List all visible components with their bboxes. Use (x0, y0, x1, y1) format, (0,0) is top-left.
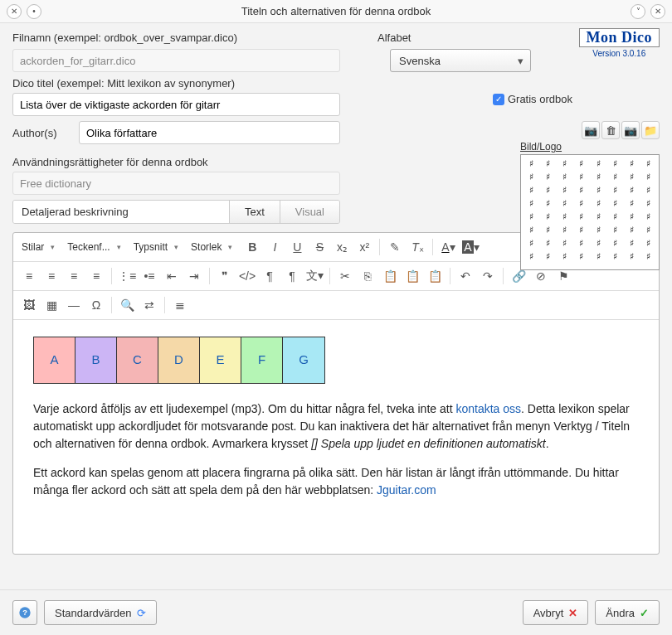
brand-version: Version 3.0.16 (579, 49, 660, 58)
subscript-icon[interactable]: x₂ (331, 236, 353, 258)
minimize-icon[interactable]: ˅ (631, 4, 645, 19)
paste-icon[interactable]: 📋 (379, 265, 401, 287)
blocks-icon[interactable]: ≣ (169, 294, 191, 316)
para-ltr-icon[interactable]: ¶ (281, 265, 303, 287)
alphabet-select[interactable]: Svenska (390, 49, 531, 72)
bild-label: Bild/Logo (520, 141, 660, 153)
help-button[interactable]: ? (12, 600, 37, 625)
pin-icon[interactable]: • (27, 4, 41, 19)
refresh-icon: ⟳ (137, 607, 146, 619)
clear-format-icon[interactable]: Tₓ (407, 236, 428, 258)
chord-e[interactable]: E (200, 337, 241, 383)
trash-icon[interactable]: 🗑 (601, 121, 620, 139)
bold-icon[interactable]: B (241, 236, 263, 258)
jguitar-link[interactable]: Jguitar.com (377, 483, 436, 497)
logo-preview[interactable]: ♯♯♯♯♯♯♯♯ ♯♯♯♯♯♯♯♯ ♯♯♯♯♯♯♯♯ ♯♯♯♯♯♯♯♯ ♯♯♯♯… (520, 154, 660, 270)
chord-d[interactable]: D (158, 337, 200, 383)
find-icon[interactable]: 🔍 (116, 294, 138, 316)
dico-title-label: Dico titel (exempel: Mitt lexikon av syn… (12, 77, 660, 90)
body-p1: Varje ackord åtföljs av ett ljudexempel … (33, 400, 639, 453)
close-icon[interactable]: ✕ (650, 4, 665, 19)
hr-icon[interactable]: — (63, 294, 85, 316)
outdent-icon[interactable]: ⇤ (161, 265, 183, 287)
editor-body[interactable]: A B C D E F G Varje ackord åtföljs av et… (13, 320, 659, 554)
highlight-icon[interactable]: ✎ (384, 236, 406, 258)
paste2-icon[interactable]: 📋 (402, 265, 423, 287)
quote-icon[interactable]: ❞ (214, 265, 236, 287)
detail-label: Detaljerad beskrivning (13, 201, 230, 223)
paste3-icon[interactable]: 📋 (424, 265, 446, 287)
folder-icon[interactable]: 📁 (641, 121, 660, 139)
dico-title-input[interactable] (12, 93, 340, 116)
underline-icon[interactable]: U (286, 236, 308, 258)
check-icon: ✓ (640, 607, 649, 619)
list-ol-icon[interactable]: ⋮≡ (116, 265, 138, 287)
chord-a[interactable]: A (34, 337, 75, 383)
rights-input[interactable] (12, 172, 340, 195)
replace-icon[interactable]: ⇄ (139, 294, 160, 316)
cut-icon[interactable]: ✂ (334, 265, 356, 287)
titlebar: ✕ • Titeln och alternativen för denna or… (0, 0, 672, 23)
free-checkbox-label: Gratis ordbok (508, 93, 572, 105)
filename-input[interactable] (12, 49, 340, 72)
brand-block: Mon Dico Version 3.0.16 (579, 28, 660, 58)
brand-logo: Mon Dico (579, 28, 660, 47)
free-checkbox[interactable]: ✓ (493, 94, 504, 105)
chord-f[interactable]: F (241, 337, 283, 383)
redo-icon[interactable]: ↷ (477, 265, 499, 287)
alphabet-label: Alfabet (377, 32, 411, 44)
contact-link[interactable]: kontakta oss (455, 402, 521, 415)
camera2-icon[interactable]: 📷 (621, 121, 640, 139)
tab-text[interactable]: Text (230, 201, 280, 223)
lang-icon[interactable]: 文▾ (304, 265, 325, 287)
table-icon[interactable]: ▦ (41, 294, 62, 316)
list-ul-icon[interactable]: •≡ (139, 265, 160, 287)
tab-visual[interactable]: Visual (280, 201, 339, 223)
chord-b[interactable]: B (75, 337, 117, 383)
superscript-icon[interactable]: x² (353, 236, 375, 258)
indent-icon[interactable]: ⇥ (183, 265, 205, 287)
defaults-button[interactable]: Standardvärden ⟳ (44, 600, 157, 625)
italic-icon[interactable]: I (264, 236, 285, 258)
rich-editor: Stilar Teckenf... Typsnitt Storlek B I U… (12, 232, 660, 555)
chord-g[interactable]: G (283, 337, 324, 383)
authors-input[interactable] (79, 121, 340, 144)
copy-icon[interactable]: ⎘ (357, 265, 378, 287)
font-dropdown[interactable]: Teckenf... (64, 240, 124, 254)
text-color-icon[interactable]: A▾ (437, 236, 459, 258)
strike-icon[interactable]: S (309, 236, 330, 258)
filename-label: Filnamn (exempel: ordbok_over_svampar.di… (12, 32, 361, 44)
undo-icon[interactable]: ↶ (455, 265, 476, 287)
bg-color-icon[interactable]: A▾ (460, 236, 481, 258)
image-icon[interactable]: 🖼 (18, 294, 40, 316)
cancel-button[interactable]: Avbryt ✕ (523, 600, 589, 625)
camera1-icon[interactable]: 📷 (582, 121, 600, 139)
help-icon: ? (18, 606, 32, 619)
size-dropdown[interactable]: Storlek (187, 240, 236, 254)
code-icon[interactable]: </> (236, 265, 258, 287)
apply-button[interactable]: Ändra ✓ (595, 600, 660, 625)
app-menu-icon[interactable]: ✕ (7, 4, 22, 19)
omega-icon[interactable]: Ω (85, 294, 107, 316)
chord-nav: A B C D E F G (33, 337, 325, 384)
authors-label: Author(s) (12, 127, 71, 139)
image-logo-section: 📷 🗑 📷 📁 Bild/Logo ♯♯♯♯♯♯♯♯ ♯♯♯♯♯♯♯♯ ♯♯♯♯… (520, 121, 660, 270)
styles-dropdown[interactable]: Stilar (18, 240, 58, 254)
para-rtl-icon[interactable]: ¶ (259, 265, 280, 287)
bottom-bar: ? Standardvärden ⟳ Avbryt ✕ Ändra ✓ (0, 589, 672, 635)
align-left-icon[interactable]: ≡ (18, 265, 40, 287)
chord-c[interactable]: C (117, 337, 158, 383)
window-title: Titeln och alternativen för denna ordbok (41, 5, 631, 17)
align-right-icon[interactable]: ≡ (63, 265, 85, 287)
cancel-icon: ✕ (568, 607, 577, 619)
description-tabs: Detaljerad beskrivning Text Visual (12, 200, 340, 224)
align-center-icon[interactable]: ≡ (41, 265, 62, 287)
align-justify-icon[interactable]: ≡ (85, 265, 107, 287)
svg-text:?: ? (22, 608, 27, 617)
body-p2: Ett ackord kan spelas genom att placera … (33, 464, 639, 499)
family-dropdown[interactable]: Typsnitt (130, 240, 182, 254)
